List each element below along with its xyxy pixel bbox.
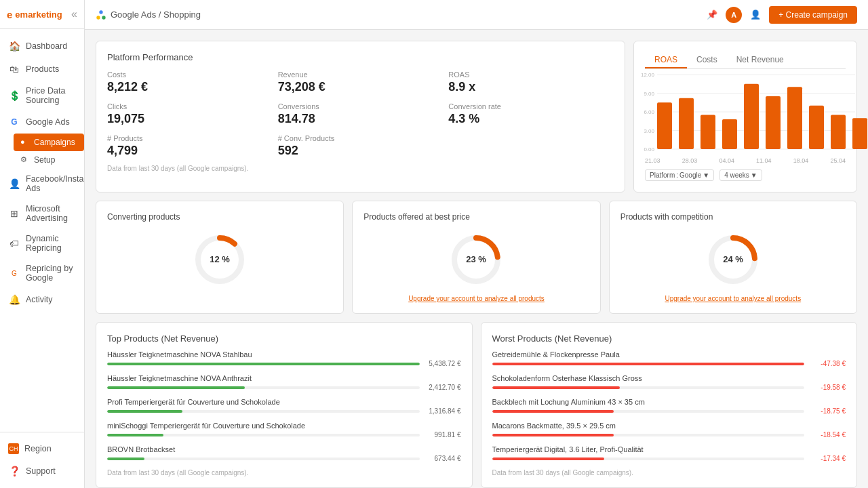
product-bar-fill bbox=[107, 410, 182, 413]
sidebar-item-label: Activity bbox=[26, 295, 53, 304]
sidebar-item-dynamic[interactable]: 🏷 Dynamic Repricing bbox=[0, 228, 84, 258]
x-label-3: 04.04 bbox=[719, 157, 734, 164]
converting-title: Converting products bbox=[107, 212, 332, 222]
sidebar-item-support[interactable]: ❓ Support bbox=[0, 460, 84, 483]
metric-revenue-label: Revenue bbox=[278, 70, 443, 79]
top-product-item: miniSchoggi Temperiergerät für Couvertur… bbox=[107, 422, 461, 439]
sidebar-item-activity[interactable]: 🔔 Activity bbox=[0, 288, 84, 311]
svg-text:9.00: 9.00 bbox=[644, 91, 654, 97]
sidebar-item-label: Google Ads bbox=[26, 117, 70, 127]
svg-text:3.00: 3.00 bbox=[644, 128, 654, 134]
support-icon: ❓ bbox=[8, 465, 20, 477]
product-name: Getreidemühle & Flockenpresse Paula bbox=[492, 350, 846, 359]
sidebar-item-label: Price Data Sourcing bbox=[26, 86, 76, 105]
best-price-donut-svg: 23 % bbox=[449, 232, 503, 287]
svg-rect-14 bbox=[679, 98, 694, 149]
converting-donut: 12 % bbox=[107, 227, 332, 292]
best-price-donut: 23 % bbox=[363, 227, 589, 292]
x-label-1: 21.03 bbox=[645, 157, 660, 164]
product-name: Schokoladenform Osterhase Klassisch Gros… bbox=[492, 374, 846, 382]
product-value: -18.75 € bbox=[808, 407, 846, 415]
svg-rect-19 bbox=[787, 87, 802, 149]
repricing-icon: G bbox=[8, 267, 20, 279]
product-value: 1,316.84 € bbox=[424, 407, 461, 415]
sidebar-item-label: Facebook/Instagram Ads bbox=[26, 174, 84, 193]
competition-card: Products with competition 24 % Upgrade y… bbox=[609, 201, 857, 314]
chart-tab-roas[interactable]: ROAS bbox=[645, 52, 687, 68]
period-chevron-icon: ▼ bbox=[751, 171, 757, 179]
sidebar-sub-google: ● Campaigns ⚙ Setup bbox=[0, 134, 84, 169]
sidebar-item-repricing[interactable]: G Repricing by Google bbox=[0, 258, 84, 288]
competition-upgrade-link[interactable]: Upgrade your account to analyze all prod… bbox=[620, 295, 846, 302]
sidebar-item-dashboard[interactable]: 🏠 Dashboard bbox=[0, 35, 84, 58]
worst-products-footer: Data from last 30 days (all Google campa… bbox=[492, 469, 846, 476]
chart-x-labels: 21.03 28.03 04.04 11.04 18.04 25.04 bbox=[645, 157, 846, 164]
sidebar-item-microsoft[interactable]: ⊞ Microsoft Advertising bbox=[0, 199, 84, 228]
best-price-card: Products offered at best price 23 % Upgr… bbox=[352, 201, 600, 314]
product-value: 2,412.70 € bbox=[424, 384, 461, 391]
metric-costs-value: 8,212 € bbox=[107, 80, 273, 94]
product-name: miniSchoggi Temperiergerät für Couvertur… bbox=[107, 422, 461, 430]
google-ads-icon bbox=[96, 9, 106, 20]
product-name: Macarons Backmatte, 39.5 × 29.5 cm bbox=[492, 422, 846, 430]
activity-icon: 🔔 bbox=[8, 293, 20, 306]
topbar-right: 📌 A 👤 + Create campaign bbox=[705, 6, 857, 24]
user-icon[interactable]: 👤 bbox=[749, 8, 762, 22]
product-bar-track bbox=[107, 410, 420, 413]
product-value: 991.81 € bbox=[424, 431, 461, 439]
product-value: 673.44 € bbox=[424, 455, 461, 462]
sidebar-item-region[interactable]: CH Region bbox=[0, 438, 84, 460]
sidebar-bottom: CH Region ❓ Support bbox=[0, 432, 84, 488]
competition-title: Products with competition bbox=[620, 212, 846, 222]
converting-products-card: Converting products 12 % bbox=[96, 201, 344, 314]
sidebar: e emarketing « 🏠 Dashboard 🛍 Products 💲 … bbox=[0, 0, 85, 488]
google-icon: G bbox=[8, 116, 20, 128]
product-bar-fill bbox=[107, 363, 420, 365]
chart-tab-net-revenue[interactable]: Net Revenue bbox=[727, 52, 793, 68]
sidebar-item-products[interactable]: 🛍 Products bbox=[0, 58, 84, 81]
worst-product-item: Backblech mit Lochung Aluminium 43 × 35 … bbox=[492, 398, 846, 415]
chart-tab-costs[interactable]: Costs bbox=[687, 52, 727, 68]
best-price-upgrade-link[interactable]: Upgrade your account to analyze all prod… bbox=[363, 295, 589, 302]
bar-chart-svg: 0.003.006.009.0012.00 bbox=[645, 75, 855, 155]
sidebar-collapse-btn[interactable]: « bbox=[71, 8, 77, 20]
metric-conv-rate-label: Conversion rate bbox=[448, 102, 614, 110]
product-bar-row: -18.75 € bbox=[492, 407, 846, 415]
facebook-icon: 👤 bbox=[8, 178, 20, 190]
svg-rect-21 bbox=[831, 115, 846, 149]
top-products-title: Top Products (Net Revenue) bbox=[107, 333, 461, 344]
product-bar-row: 5,438.72 € bbox=[107, 360, 461, 367]
product-bar-row: -47.38 € bbox=[492, 360, 846, 367]
sidebar-item-label: Dashboard bbox=[26, 41, 67, 51]
metric-conv-products: # Conv. Products 592 bbox=[278, 134, 443, 158]
breadcrumb-text: Google Ads / Shopping bbox=[111, 9, 201, 20]
products-icon: 🛍 bbox=[8, 63, 20, 75]
sidebar-item-label: Microsoft Advertising bbox=[26, 204, 76, 223]
pin-icon[interactable]: 📌 bbox=[705, 8, 719, 22]
svg-rect-16 bbox=[722, 119, 737, 149]
worst-product-item: Temperiergerät Digital, 3.6 Liter, Profi… bbox=[492, 445, 846, 462]
sidebar-item-setup[interactable]: ⚙ Setup bbox=[14, 151, 84, 169]
worst-products-card: Worst Products (Net Revenue) Getreidemüh… bbox=[481, 322, 858, 488]
product-bar-row: -17.34 € bbox=[492, 455, 846, 462]
metric-revenue: Revenue 73,208 € bbox=[278, 70, 443, 94]
svg-rect-13 bbox=[657, 102, 672, 149]
sidebar-item-label: Support bbox=[26, 466, 56, 476]
top-product-item: BROVN Brotbackset 673.44 € bbox=[107, 445, 461, 462]
sidebar-item-price-data[interactable]: 💲 Price Data Sourcing bbox=[0, 81, 84, 110]
breadcrumb: Google Ads / Shopping bbox=[96, 9, 201, 20]
perf-footer: Data from last 30 days (all Google campa… bbox=[107, 165, 614, 172]
platform-selector[interactable]: Platform: Google ▼ bbox=[645, 169, 714, 181]
svg-rect-22 bbox=[852, 118, 867, 149]
sidebar-item-campaigns[interactable]: ● Campaigns bbox=[14, 134, 84, 151]
sidebar-item-facebook[interactable]: 👤 Facebook/Instagram Ads bbox=[0, 169, 84, 199]
platform-performance-section: Platform Performance Costs 8,212 € Reven… bbox=[96, 41, 857, 192]
metric-roas: ROAS 8.9 x bbox=[448, 70, 614, 94]
metric-products: # Products 4,799 bbox=[107, 134, 273, 158]
period-selector[interactable]: 4 weeks ▼ bbox=[719, 169, 762, 181]
x-label-2: 28.03 bbox=[682, 157, 698, 164]
product-bar-row: 673.44 € bbox=[107, 455, 461, 462]
create-campaign-button[interactable]: + Create campaign bbox=[769, 6, 857, 24]
sidebar-item-google-ads[interactable]: G Google Ads bbox=[0, 110, 84, 134]
product-bar-track bbox=[492, 458, 805, 460]
